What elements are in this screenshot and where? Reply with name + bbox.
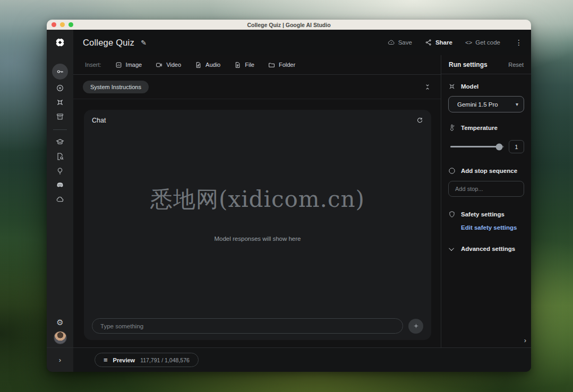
empty-state-text: Model responses will show here bbox=[215, 236, 301, 242]
collapse-system-instructions-icon[interactable] bbox=[424, 83, 431, 91]
get-code-label: Get code bbox=[475, 39, 500, 46]
stop-octagon-icon bbox=[448, 167, 456, 175]
code-icon: <> bbox=[465, 39, 472, 46]
expand-sidebar-icon[interactable]: › bbox=[59, 356, 61, 364]
insert-image-button[interactable]: Image bbox=[115, 62, 142, 68]
spark-logo-icon bbox=[54, 37, 66, 48]
menu-icon: ≡ bbox=[104, 356, 108, 363]
key-icon bbox=[56, 67, 64, 76]
run-settings-title: Run settings bbox=[449, 61, 488, 68]
document-search-icon bbox=[56, 152, 64, 161]
stop-sequence-section-label: Add stop sequence bbox=[448, 167, 524, 175]
safety-settings-label: Safety settings bbox=[461, 211, 504, 217]
safety-section-label: Safety settings bbox=[448, 211, 524, 218]
sidebar-item-library[interactable] bbox=[53, 110, 67, 124]
stop-sequence-label: Add stop sequence bbox=[461, 168, 517, 174]
edit-title-icon[interactable]: ✎ bbox=[141, 39, 147, 47]
insert-file-label: File bbox=[245, 62, 254, 68]
sidebar-divider bbox=[53, 129, 67, 130]
archive-icon bbox=[56, 112, 64, 121]
watermark-text: 悉地网(xidicom.cn) bbox=[150, 185, 365, 214]
advanced-settings-label: Advanced settings bbox=[461, 246, 515, 252]
share-icon bbox=[425, 39, 432, 46]
dropdown-caret-icon: ▾ bbox=[516, 101, 518, 107]
insert-label: Insert: bbox=[85, 62, 101, 68]
edit-safety-settings-link[interactable]: Edit safety settings bbox=[461, 224, 524, 231]
insert-file-button[interactable]: File bbox=[234, 62, 254, 68]
system-instructions-row: System Instructions bbox=[73, 75, 441, 99]
window-title: College Quiz | Google AI Studio bbox=[47, 22, 531, 28]
insert-video-button[interactable]: Video bbox=[156, 62, 181, 68]
sidebar-item-create-new[interactable] bbox=[53, 81, 67, 95]
system-instructions-button[interactable]: System Instructions bbox=[83, 81, 149, 93]
save-cloud-icon bbox=[388, 39, 395, 46]
collapse-run-settings-icon[interactable]: › bbox=[524, 336, 526, 344]
save-label: Save bbox=[398, 39, 412, 46]
chevron-down-icon bbox=[449, 246, 454, 251]
folder-icon bbox=[268, 62, 275, 68]
insert-toolbar: Insert: Image Video bbox=[73, 55, 441, 75]
video-icon bbox=[156, 62, 163, 68]
shield-icon bbox=[448, 211, 456, 218]
audio-icon bbox=[195, 62, 202, 68]
slider-fill bbox=[450, 146, 499, 147]
thermometer-icon bbox=[448, 124, 456, 132]
temperature-label: Temperature bbox=[461, 125, 498, 131]
model-label: Model bbox=[461, 83, 478, 90]
share-label: Share bbox=[435, 39, 452, 46]
image-icon bbox=[115, 62, 122, 68]
more-options-button[interactable]: ⋮ bbox=[513, 38, 525, 47]
selected-model: Gemini 1.5 Pro bbox=[457, 101, 498, 108]
run-prompt-button[interactable] bbox=[408, 319, 423, 334]
sidebar-item-api-key[interactable] bbox=[52, 64, 68, 80]
insert-audio-button[interactable]: Audio bbox=[195, 62, 220, 68]
chat-panel: Chat 悉地网(xidicom.cn) Model responses wil… bbox=[84, 110, 431, 340]
reset-button[interactable]: Reset bbox=[508, 62, 524, 68]
sparkle-icon bbox=[413, 323, 420, 329]
lightbulb-icon bbox=[56, 167, 64, 175]
temperature-slider[interactable] bbox=[450, 146, 504, 147]
run-settings-panel: Run settings Reset Model Gemini 1.5 Pro … bbox=[441, 55, 531, 347]
bottom-bar: › ≡ Preview 117,791 / 1,048,576 bbox=[47, 347, 531, 372]
sidebar-item-ideas[interactable] bbox=[53, 164, 67, 178]
preview-token-pill[interactable]: ≡ Preview 117,791 / 1,048,576 bbox=[95, 353, 199, 367]
preview-label: Preview bbox=[113, 357, 135, 363]
prompt-title: College Quiz bbox=[83, 38, 134, 48]
insert-image-label: Image bbox=[126, 62, 142, 68]
model-spark-icon bbox=[448, 83, 456, 90]
bottom-sidebar-cell: › bbox=[47, 348, 73, 372]
insert-audio-label: Audio bbox=[206, 62, 220, 68]
get-code-button[interactable]: <> Get code bbox=[465, 39, 500, 46]
sidebar-item-tutorials[interactable] bbox=[53, 135, 67, 149]
sidebar-item-discord[interactable] bbox=[53, 178, 67, 192]
app-header: College Quiz ✎ Save Share bbox=[47, 30, 531, 55]
insert-folder-button[interactable]: Folder bbox=[268, 62, 295, 68]
ai-studio-logo[interactable] bbox=[47, 30, 73, 55]
advanced-settings-toggle[interactable]: Advanced settings bbox=[448, 246, 524, 252]
file-icon bbox=[234, 62, 241, 68]
insert-video-label: Video bbox=[166, 62, 181, 68]
cloud-icon bbox=[56, 195, 64, 204]
graduation-cap-icon bbox=[56, 138, 64, 146]
settings-gear-icon[interactable]: ⚙ bbox=[56, 318, 63, 326]
spark-knot-icon bbox=[56, 98, 64, 107]
insert-folder-label: Folder bbox=[279, 62, 295, 68]
sidebar-item-drive[interactable] bbox=[53, 193, 67, 206]
user-avatar[interactable] bbox=[54, 331, 67, 344]
temperature-value[interactable]: 1 bbox=[509, 140, 524, 153]
token-count: 117,791 / 1,048,576 bbox=[140, 357, 190, 363]
model-section-label: Model bbox=[448, 83, 524, 90]
add-stop-input[interactable] bbox=[448, 181, 524, 197]
app-window: College Quiz | Google AI Studio College … bbox=[47, 20, 531, 372]
save-button[interactable]: Save bbox=[388, 39, 412, 46]
sidebar: ⚙ bbox=[47, 55, 73, 347]
discord-icon bbox=[56, 181, 64, 189]
share-button[interactable]: Share bbox=[425, 39, 452, 46]
model-dropdown[interactable]: Gemini 1.5 Pro ▾ bbox=[448, 96, 524, 112]
slider-thumb[interactable] bbox=[495, 143, 502, 150]
sidebar-item-prompts[interactable] bbox=[53, 95, 67, 109]
sidebar-item-prompt-gallery[interactable] bbox=[53, 150, 67, 163]
prompt-input[interactable] bbox=[92, 318, 403, 334]
plus-circle-icon bbox=[56, 84, 64, 92]
macos-titlebar: College Quiz | Google AI Studio bbox=[47, 20, 531, 30]
